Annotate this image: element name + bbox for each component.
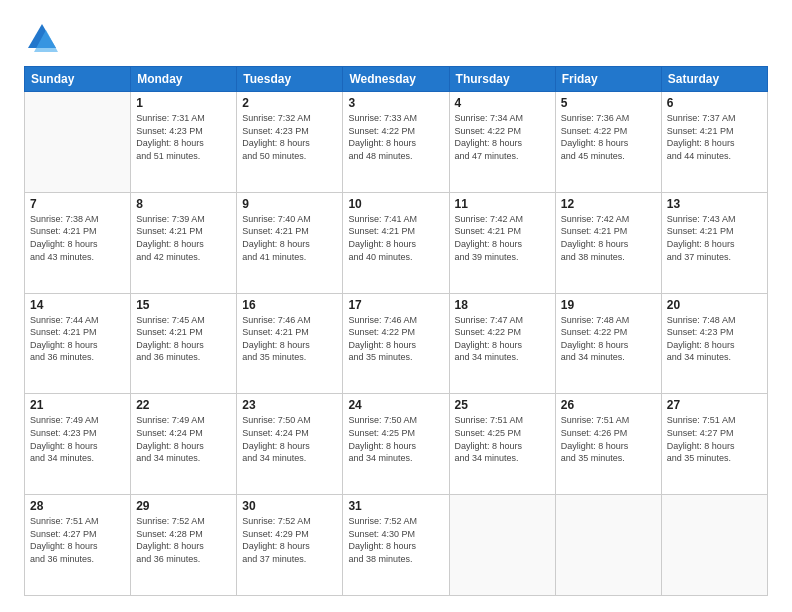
day-number: 3 xyxy=(348,96,443,110)
calendar-cell: 4Sunrise: 7:34 AM Sunset: 4:22 PM Daylig… xyxy=(449,92,555,193)
calendar-cell: 25Sunrise: 7:51 AM Sunset: 4:25 PM Dayli… xyxy=(449,394,555,495)
day-info: Sunrise: 7:41 AM Sunset: 4:21 PM Dayligh… xyxy=(348,213,443,263)
day-number: 6 xyxy=(667,96,762,110)
calendar-cell: 15Sunrise: 7:45 AM Sunset: 4:21 PM Dayli… xyxy=(131,293,237,394)
calendar-cell: 26Sunrise: 7:51 AM Sunset: 4:26 PM Dayli… xyxy=(555,394,661,495)
page: SundayMondayTuesdayWednesdayThursdayFrid… xyxy=(0,0,792,612)
calendar-cell: 16Sunrise: 7:46 AM Sunset: 4:21 PM Dayli… xyxy=(237,293,343,394)
day-number: 30 xyxy=(242,499,337,513)
calendar-cell: 6Sunrise: 7:37 AM Sunset: 4:21 PM Daylig… xyxy=(661,92,767,193)
day-info: Sunrise: 7:32 AM Sunset: 4:23 PM Dayligh… xyxy=(242,112,337,162)
day-info: Sunrise: 7:45 AM Sunset: 4:21 PM Dayligh… xyxy=(136,314,231,364)
calendar-table: SundayMondayTuesdayWednesdayThursdayFrid… xyxy=(24,66,768,596)
day-number: 1 xyxy=(136,96,231,110)
calendar-cell: 29Sunrise: 7:52 AM Sunset: 4:28 PM Dayli… xyxy=(131,495,237,596)
day-number: 7 xyxy=(30,197,125,211)
day-number: 29 xyxy=(136,499,231,513)
day-number: 10 xyxy=(348,197,443,211)
day-number: 15 xyxy=(136,298,231,312)
calendar-cell xyxy=(555,495,661,596)
day-number: 28 xyxy=(30,499,125,513)
calendar-cell: 11Sunrise: 7:42 AM Sunset: 4:21 PM Dayli… xyxy=(449,192,555,293)
day-number: 12 xyxy=(561,197,656,211)
day-number: 18 xyxy=(455,298,550,312)
day-number: 25 xyxy=(455,398,550,412)
day-info: Sunrise: 7:42 AM Sunset: 4:21 PM Dayligh… xyxy=(455,213,550,263)
calendar-cell: 28Sunrise: 7:51 AM Sunset: 4:27 PM Dayli… xyxy=(25,495,131,596)
logo xyxy=(24,20,64,56)
day-info: Sunrise: 7:37 AM Sunset: 4:21 PM Dayligh… xyxy=(667,112,762,162)
day-number: 14 xyxy=(30,298,125,312)
week-row-2: 7Sunrise: 7:38 AM Sunset: 4:21 PM Daylig… xyxy=(25,192,768,293)
weekday-header-monday: Monday xyxy=(131,67,237,92)
calendar-cell xyxy=(661,495,767,596)
week-row-4: 21Sunrise: 7:49 AM Sunset: 4:23 PM Dayli… xyxy=(25,394,768,495)
weekday-header-thursday: Thursday xyxy=(449,67,555,92)
day-info: Sunrise: 7:52 AM Sunset: 4:29 PM Dayligh… xyxy=(242,515,337,565)
weekday-header-saturday: Saturday xyxy=(661,67,767,92)
day-info: Sunrise: 7:46 AM Sunset: 4:22 PM Dayligh… xyxy=(348,314,443,364)
calendar-cell: 9Sunrise: 7:40 AM Sunset: 4:21 PM Daylig… xyxy=(237,192,343,293)
week-row-5: 28Sunrise: 7:51 AM Sunset: 4:27 PM Dayli… xyxy=(25,495,768,596)
day-info: Sunrise: 7:51 AM Sunset: 4:27 PM Dayligh… xyxy=(667,414,762,464)
calendar-cell: 1Sunrise: 7:31 AM Sunset: 4:23 PM Daylig… xyxy=(131,92,237,193)
calendar-cell: 14Sunrise: 7:44 AM Sunset: 4:21 PM Dayli… xyxy=(25,293,131,394)
calendar-cell: 7Sunrise: 7:38 AM Sunset: 4:21 PM Daylig… xyxy=(25,192,131,293)
day-info: Sunrise: 7:36 AM Sunset: 4:22 PM Dayligh… xyxy=(561,112,656,162)
day-info: Sunrise: 7:50 AM Sunset: 4:25 PM Dayligh… xyxy=(348,414,443,464)
day-info: Sunrise: 7:38 AM Sunset: 4:21 PM Dayligh… xyxy=(30,213,125,263)
week-row-3: 14Sunrise: 7:44 AM Sunset: 4:21 PM Dayli… xyxy=(25,293,768,394)
day-number: 31 xyxy=(348,499,443,513)
calendar-cell: 2Sunrise: 7:32 AM Sunset: 4:23 PM Daylig… xyxy=(237,92,343,193)
day-number: 17 xyxy=(348,298,443,312)
day-number: 5 xyxy=(561,96,656,110)
day-info: Sunrise: 7:48 AM Sunset: 4:23 PM Dayligh… xyxy=(667,314,762,364)
calendar-cell: 30Sunrise: 7:52 AM Sunset: 4:29 PM Dayli… xyxy=(237,495,343,596)
calendar-cell: 18Sunrise: 7:47 AM Sunset: 4:22 PM Dayli… xyxy=(449,293,555,394)
header xyxy=(24,20,768,56)
day-info: Sunrise: 7:52 AM Sunset: 4:28 PM Dayligh… xyxy=(136,515,231,565)
day-info: Sunrise: 7:52 AM Sunset: 4:30 PM Dayligh… xyxy=(348,515,443,565)
calendar-cell: 5Sunrise: 7:36 AM Sunset: 4:22 PM Daylig… xyxy=(555,92,661,193)
calendar-cell: 13Sunrise: 7:43 AM Sunset: 4:21 PM Dayli… xyxy=(661,192,767,293)
day-info: Sunrise: 7:49 AM Sunset: 4:24 PM Dayligh… xyxy=(136,414,231,464)
day-info: Sunrise: 7:43 AM Sunset: 4:21 PM Dayligh… xyxy=(667,213,762,263)
day-info: Sunrise: 7:51 AM Sunset: 4:25 PM Dayligh… xyxy=(455,414,550,464)
day-number: 16 xyxy=(242,298,337,312)
day-number: 26 xyxy=(561,398,656,412)
day-number: 11 xyxy=(455,197,550,211)
day-info: Sunrise: 7:48 AM Sunset: 4:22 PM Dayligh… xyxy=(561,314,656,364)
week-row-1: 1Sunrise: 7:31 AM Sunset: 4:23 PM Daylig… xyxy=(25,92,768,193)
day-info: Sunrise: 7:40 AM Sunset: 4:21 PM Dayligh… xyxy=(242,213,337,263)
calendar-cell: 3Sunrise: 7:33 AM Sunset: 4:22 PM Daylig… xyxy=(343,92,449,193)
day-info: Sunrise: 7:50 AM Sunset: 4:24 PM Dayligh… xyxy=(242,414,337,464)
day-info: Sunrise: 7:42 AM Sunset: 4:21 PM Dayligh… xyxy=(561,213,656,263)
calendar-cell: 19Sunrise: 7:48 AM Sunset: 4:22 PM Dayli… xyxy=(555,293,661,394)
day-number: 22 xyxy=(136,398,231,412)
day-number: 2 xyxy=(242,96,337,110)
weekday-header-sunday: Sunday xyxy=(25,67,131,92)
day-number: 21 xyxy=(30,398,125,412)
calendar-cell: 20Sunrise: 7:48 AM Sunset: 4:23 PM Dayli… xyxy=(661,293,767,394)
day-info: Sunrise: 7:51 AM Sunset: 4:26 PM Dayligh… xyxy=(561,414,656,464)
calendar-cell: 31Sunrise: 7:52 AM Sunset: 4:30 PM Dayli… xyxy=(343,495,449,596)
day-info: Sunrise: 7:34 AM Sunset: 4:22 PM Dayligh… xyxy=(455,112,550,162)
day-number: 8 xyxy=(136,197,231,211)
day-info: Sunrise: 7:44 AM Sunset: 4:21 PM Dayligh… xyxy=(30,314,125,364)
day-info: Sunrise: 7:49 AM Sunset: 4:23 PM Dayligh… xyxy=(30,414,125,464)
logo-icon xyxy=(24,20,60,56)
weekday-header-tuesday: Tuesday xyxy=(237,67,343,92)
calendar-body: 1Sunrise: 7:31 AM Sunset: 4:23 PM Daylig… xyxy=(25,92,768,596)
calendar-cell: 8Sunrise: 7:39 AM Sunset: 4:21 PM Daylig… xyxy=(131,192,237,293)
day-number: 24 xyxy=(348,398,443,412)
day-number: 23 xyxy=(242,398,337,412)
calendar-cell: 24Sunrise: 7:50 AM Sunset: 4:25 PM Dayli… xyxy=(343,394,449,495)
day-number: 13 xyxy=(667,197,762,211)
calendar-cell: 10Sunrise: 7:41 AM Sunset: 4:21 PM Dayli… xyxy=(343,192,449,293)
day-number: 4 xyxy=(455,96,550,110)
weekday-header-wednesday: Wednesday xyxy=(343,67,449,92)
day-info: Sunrise: 7:33 AM Sunset: 4:22 PM Dayligh… xyxy=(348,112,443,162)
weekday-header-friday: Friday xyxy=(555,67,661,92)
calendar-cell: 23Sunrise: 7:50 AM Sunset: 4:24 PM Dayli… xyxy=(237,394,343,495)
weekday-row: SundayMondayTuesdayWednesdayThursdayFrid… xyxy=(25,67,768,92)
